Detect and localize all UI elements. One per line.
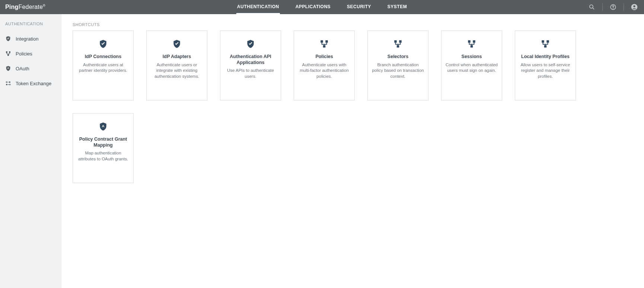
sidebar-item[interactable]: Policies bbox=[0, 46, 61, 61]
shield-check-icon bbox=[224, 38, 277, 50]
sidebar: AUTHENTICATION Integration Policies OAut… bbox=[0, 14, 61, 288]
shortcut-card[interactable]: Authentication API Applications Use APIs… bbox=[220, 31, 281, 100]
shortcuts-label: SHORTCUTS bbox=[73, 22, 633, 27]
card-desc: Authenticate users with multi-factor aut… bbox=[298, 62, 351, 80]
sidebar-item-label: Integration bbox=[16, 36, 38, 42]
brand-light: Federate bbox=[18, 4, 43, 10]
brand-logo: PingFederate® bbox=[0, 4, 45, 10]
shield-check-icon bbox=[5, 36, 11, 42]
sidebar-heading: AUTHENTICATION bbox=[0, 22, 61, 31]
sidebar-item[interactable]: Integration bbox=[0, 31, 61, 46]
flow-icon bbox=[298, 38, 351, 50]
topbar-divider bbox=[602, 3, 603, 11]
topnav-item[interactable]: AUTHENTICATION bbox=[236, 0, 280, 14]
card-desc: Branch authentication policy based on tr… bbox=[372, 62, 424, 80]
shortcut-card[interactable]: IdP Connections Authenticate users at pa… bbox=[73, 31, 134, 100]
search-icon[interactable] bbox=[587, 0, 597, 14]
card-desc: Authenticate users or integrate with exi… bbox=[150, 62, 203, 80]
shield-a-icon bbox=[5, 65, 11, 71]
card-title: IdP Connections bbox=[77, 54, 130, 60]
topnav-item[interactable]: SYSTEM bbox=[387, 0, 408, 14]
top-nav: AUTHENTICATIONAPPLICATIONSSECURITYSYSTEM bbox=[236, 0, 408, 14]
card-title: IdP Adapters bbox=[150, 54, 203, 60]
shortcut-grid: IdP Connections Authenticate users at pa… bbox=[73, 31, 633, 183]
card-desc: Use APIs to authenticate users. bbox=[224, 68, 277, 79]
card-desc: Allow users to self-service register and… bbox=[519, 62, 572, 80]
shortcut-card[interactable]: Policy Contract Grant Mapping Map authen… bbox=[73, 113, 134, 183]
topbar-right bbox=[587, 0, 644, 14]
shield-a-icon bbox=[77, 120, 130, 133]
sidebar-item[interactable]: Token Exchange bbox=[0, 76, 61, 91]
shortcut-card[interactable]: Policies Authenticate users with multi-f… bbox=[294, 31, 355, 100]
flow-icon bbox=[519, 38, 572, 50]
sidebar-item-label: Policies bbox=[16, 51, 32, 57]
card-desc: Authenticate users at partner identity p… bbox=[77, 62, 130, 74]
flow-icon bbox=[372, 38, 424, 50]
flow-icon bbox=[5, 51, 11, 57]
topbar: PingFederate® AUTHENTICATIONAPPLICATIONS… bbox=[0, 0, 644, 14]
card-title: Authentication API Applications bbox=[224, 54, 277, 65]
brand-reg: ® bbox=[43, 4, 45, 7]
card-title: Policy Contract Grant Mapping bbox=[77, 137, 130, 148]
card-title: Policies bbox=[298, 54, 351, 60]
shortcut-card[interactable]: Selectors Branch authentication policy b… bbox=[367, 31, 428, 100]
shield-check-icon bbox=[77, 38, 130, 50]
exchange-icon bbox=[5, 80, 11, 86]
topnav-item[interactable]: SECURITY bbox=[346, 0, 372, 14]
topnav-item[interactable]: APPLICATIONS bbox=[295, 0, 331, 14]
card-title: Selectors bbox=[372, 54, 424, 60]
shortcut-card[interactable]: IdP Adapters Authenticate users or integ… bbox=[146, 31, 207, 100]
card-desc: Map authentication attributes to OAuth g… bbox=[77, 150, 130, 162]
flow-icon bbox=[445, 38, 498, 50]
card-desc: Control when authenticated users must si… bbox=[445, 62, 498, 74]
user-icon[interactable] bbox=[629, 0, 640, 14]
card-title: Local Identity Profiles bbox=[519, 54, 572, 60]
brand-strong: Ping bbox=[5, 4, 18, 10]
card-title: Sessions bbox=[445, 54, 498, 60]
topbar-divider bbox=[624, 3, 624, 11]
sidebar-item-label: Token Exchange bbox=[16, 81, 51, 86]
shortcut-card[interactable]: Local Identity Profiles Allow users to s… bbox=[515, 31, 576, 100]
sidebar-item-label: OAuth bbox=[16, 66, 29, 71]
help-icon[interactable] bbox=[608, 0, 618, 14]
shield-check-icon bbox=[150, 38, 203, 50]
content: SHORTCUTS IdP Connections Authenticate u… bbox=[61, 14, 644, 288]
main-area: AUTHENTICATION Integration Policies OAut… bbox=[0, 14, 644, 288]
sidebar-item[interactable]: OAuth bbox=[0, 61, 61, 76]
shortcut-card[interactable]: Sessions Control when authenticated user… bbox=[441, 31, 502, 100]
